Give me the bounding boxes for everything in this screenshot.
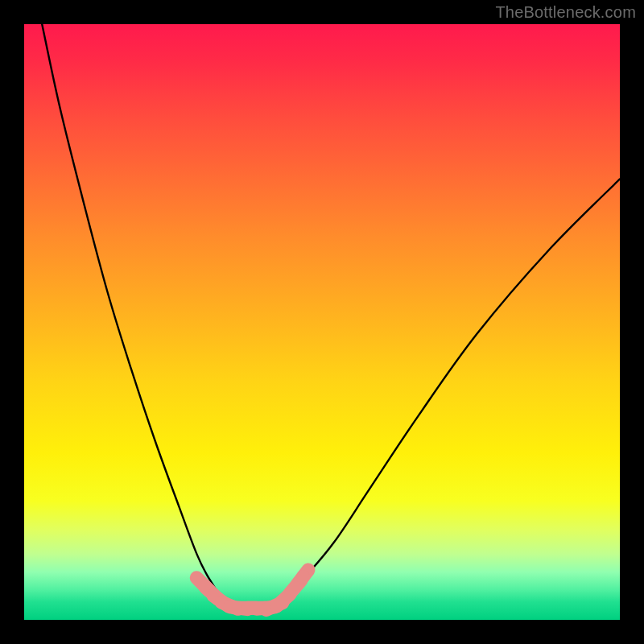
chart-frame: TheBottleneck.com	[0, 0, 644, 644]
marker-layer	[196, 570, 310, 609]
series-right-curve	[275, 179, 620, 608]
curve-layer	[42, 24, 620, 608]
curves-svg	[24, 24, 620, 620]
valley-marker-dot	[296, 570, 310, 584]
plot-area	[24, 24, 620, 620]
watermark-text: TheBottleneck.com	[495, 3, 636, 22]
series-left-curve	[42, 24, 238, 608]
